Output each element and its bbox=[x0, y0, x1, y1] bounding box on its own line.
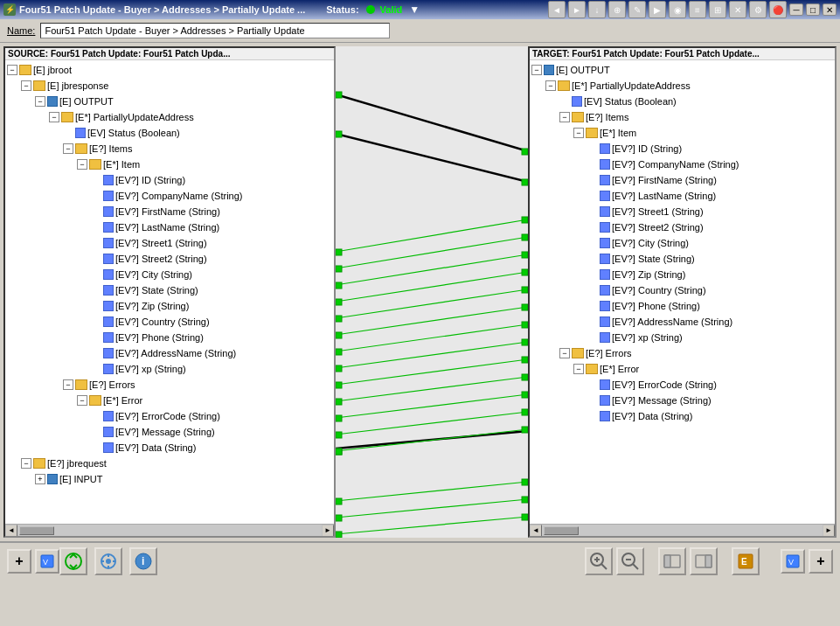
toolbar-icon3[interactable]: ✎ bbox=[628, 1, 646, 18]
expand-btn-error[interactable]: − bbox=[77, 395, 87, 406]
minimize-button[interactable]: ─ bbox=[789, 3, 803, 16]
tree-node-lastname[interactable]: [EV?] LastName (String) bbox=[7, 219, 332, 235]
tree-node-t_country[interactable]: [EV?] Country (String) bbox=[531, 282, 833, 298]
tree-node-t_output[interactable]: −[E] OUTPUT bbox=[531, 62, 833, 78]
tree-node-item[interactable]: −[E*] Item bbox=[7, 156, 332, 172]
tree-node-t_addressname[interactable]: [EV?] AddressName (String) bbox=[531, 314, 833, 330]
tree-node-t_street1[interactable]: [EV?] Street1 (String) bbox=[531, 204, 833, 219]
tree-node-id[interactable]: [EV?] ID (String) bbox=[7, 172, 332, 188]
target-scroll-left[interactable]: ◄ bbox=[530, 525, 542, 537]
source-tree-scroll[interactable]: −[E] jbroot−[E] jbresponse−[E] OUTPUT−[E… bbox=[5, 60, 334, 524]
tree-node-t_item[interactable]: −[E*] Item bbox=[531, 125, 833, 141]
expand-btn-partiallyupdateaddress[interactable]: − bbox=[49, 112, 59, 122]
tree-node-t_errors[interactable]: −[E?] Errors bbox=[531, 345, 833, 361]
tree-node-status[interactable]: [EV] Status (Boolean) bbox=[7, 125, 332, 141]
source-scroll-right[interactable]: ► bbox=[322, 525, 334, 537]
tree-node-addressname[interactable]: [EV?] AddressName (String) bbox=[7, 345, 332, 361]
toolbar-icon8[interactable]: ✕ bbox=[729, 1, 746, 18]
tree-node-t_partiallyupdateaddress[interactable]: −[E*] PartiallyUpdateAddress bbox=[531, 78, 833, 94]
toolbar-icon7[interactable]: ⊞ bbox=[709, 1, 726, 18]
tree-node-t_items[interactable]: −[E?] Items bbox=[531, 109, 833, 125]
script-button[interactable]: V bbox=[35, 549, 59, 574]
tree-node-xp[interactable]: [EV?] xp (String) bbox=[7, 361, 332, 377]
expand-btn-t_errors[interactable]: − bbox=[559, 348, 570, 358]
tree-node-error[interactable]: −[E*] Error bbox=[7, 393, 332, 408]
tree-node-state[interactable]: [EV?] State (String) bbox=[7, 282, 332, 298]
toolbar-forward[interactable]: ► bbox=[568, 1, 586, 18]
zoom-in-button[interactable] bbox=[585, 547, 613, 575]
tree-node-partiallyupdateaddress[interactable]: −[E*] PartiallyUpdateAddress bbox=[7, 109, 332, 125]
expand-btn-t_output[interactable]: − bbox=[531, 65, 542, 75]
tree-node-input[interactable]: +[E] INPUT bbox=[7, 471, 332, 487]
target-scroll-thumb[interactable] bbox=[544, 526, 579, 535]
tree-node-t_message[interactable]: [EV?] Message (String) bbox=[531, 393, 833, 408]
maximize-button[interactable]: □ bbox=[806, 3, 820, 16]
tree-node-items[interactable]: −[E?] Items bbox=[7, 141, 332, 156]
expand-btn-jbroot[interactable]: − bbox=[7, 65, 17, 75]
dropdown-arrow[interactable]: ▼ bbox=[409, 3, 420, 16]
tree-node-t_errorcode[interactable]: [EV?] ErrorCode (String) bbox=[531, 377, 833, 393]
tree-node-companyname[interactable]: [EV?] CompanyName (String) bbox=[7, 188, 332, 204]
tree-node-errorcode[interactable]: [EV?] ErrorCode (String) bbox=[7, 408, 332, 424]
remove-button2[interactable]: V bbox=[781, 549, 805, 574]
tree-node-t_state[interactable]: [EV?] State (String) bbox=[531, 251, 833, 267]
zoom-out-button[interactable] bbox=[616, 547, 644, 575]
toolbar-icon4[interactable]: ▶ bbox=[649, 1, 666, 18]
toolbar-icon9[interactable]: ⚙ bbox=[749, 1, 767, 18]
toolbar-icon2[interactable]: ⊕ bbox=[608, 1, 626, 18]
tree-node-street1[interactable]: [EV?] Street1 (String) bbox=[7, 235, 332, 251]
refresh-button[interactable] bbox=[59, 547, 87, 575]
expand-btn-items[interactable]: − bbox=[63, 143, 73, 154]
expand-btn-t_items[interactable]: − bbox=[559, 112, 570, 122]
tree-node-zip[interactable]: [EV?] Zip (String) bbox=[7, 298, 332, 314]
tree-node-t_error[interactable]: −[E*] Error bbox=[531, 361, 833, 377]
expand-btn-t_partiallyupdateaddress[interactable]: − bbox=[545, 80, 556, 91]
tree-node-message[interactable]: [EV?] Message (String) bbox=[7, 424, 332, 440]
target-scroll-right[interactable]: ► bbox=[823, 525, 835, 537]
toolbar-icon5[interactable]: ◉ bbox=[669, 1, 686, 18]
toolbar-icon6[interactable]: ≡ bbox=[689, 1, 706, 18]
target-scroll-track[interactable] bbox=[542, 525, 823, 537]
source-hscrollbar[interactable]: ◄ ► bbox=[5, 524, 334, 536]
tree-node-data[interactable]: [EV?] Data (String) bbox=[7, 440, 332, 456]
export-button[interactable]: E bbox=[732, 547, 760, 575]
tree-node-output[interactable]: −[E] OUTPUT bbox=[7, 94, 332, 109]
tree-node-street2[interactable]: [EV?] Street2 (String) bbox=[7, 251, 332, 267]
close-button[interactable]: ✕ bbox=[823, 3, 837, 16]
right-panel-button[interactable] bbox=[690, 547, 718, 575]
plus-button2[interactable]: + bbox=[809, 549, 833, 574]
name-input[interactable] bbox=[40, 23, 390, 38]
tree-node-phone[interactable]: [EV?] Phone (String) bbox=[7, 330, 332, 345]
toolbar-icon1[interactable]: ↓ bbox=[588, 1, 606, 18]
tree-node-t_xp[interactable]: [EV?] xp (String) bbox=[531, 330, 833, 345]
expand-btn-jbrequest[interactable]: − bbox=[21, 458, 31, 469]
target-tree-scroll[interactable]: −[E] OUTPUT−[E*] PartiallyUpdateAddress[… bbox=[530, 60, 835, 524]
tree-node-firstname[interactable]: [EV?] FirstName (String) bbox=[7, 204, 332, 219]
left-panel-button[interactable] bbox=[658, 547, 686, 575]
target-hscrollbar[interactable]: ◄ ► bbox=[530, 524, 835, 536]
toolbar-icon10[interactable]: 🔴 bbox=[769, 1, 787, 18]
tree-node-city[interactable]: [EV?] City (String) bbox=[7, 267, 332, 282]
source-scroll-track[interactable] bbox=[17, 525, 322, 537]
tree-node-jbrequest[interactable]: −[E?] jbrequest bbox=[7, 456, 332, 471]
tree-node-jbresponse[interactable]: −[E] jbresponse bbox=[7, 78, 332, 94]
info-button[interactable]: i bbox=[129, 547, 157, 575]
tree-node-t_status[interactable]: [EV] Status (Boolean) bbox=[531, 94, 833, 109]
expand-btn-jbresponse[interactable]: − bbox=[21, 80, 31, 91]
tree-node-errors[interactable]: −[E?] Errors bbox=[7, 377, 332, 393]
tree-node-t_lastname[interactable]: [EV?] LastName (String) bbox=[531, 188, 833, 204]
expand-btn-t_item[interactable]: − bbox=[573, 128, 584, 138]
tree-node-t_data[interactable]: [EV?] Data (String) bbox=[531, 408, 833, 424]
toolbar-back[interactable]: ◄ bbox=[548, 1, 566, 18]
expand-btn-errors[interactable]: − bbox=[63, 379, 73, 390]
tree-node-t_id[interactable]: [EV?] ID (String) bbox=[531, 141, 833, 156]
source-scroll-thumb[interactable] bbox=[19, 526, 54, 535]
tree-node-t_street2[interactable]: [EV?] Street2 (String) bbox=[531, 219, 833, 235]
tree-node-jbroot[interactable]: −[E] jbroot bbox=[7, 62, 332, 78]
source-scroll-left[interactable]: ◄ bbox=[5, 525, 17, 537]
tree-node-t_firstname[interactable]: [EV?] FirstName (String) bbox=[531, 172, 833, 188]
tree-node-t_zip[interactable]: [EV?] Zip (String) bbox=[531, 267, 833, 282]
expand-btn-output[interactable]: − bbox=[35, 96, 45, 107]
tree-node-t_phone[interactable]: [EV?] Phone (String) bbox=[531, 298, 833, 314]
tree-node-country[interactable]: [EV?] Country (String) bbox=[7, 314, 332, 330]
